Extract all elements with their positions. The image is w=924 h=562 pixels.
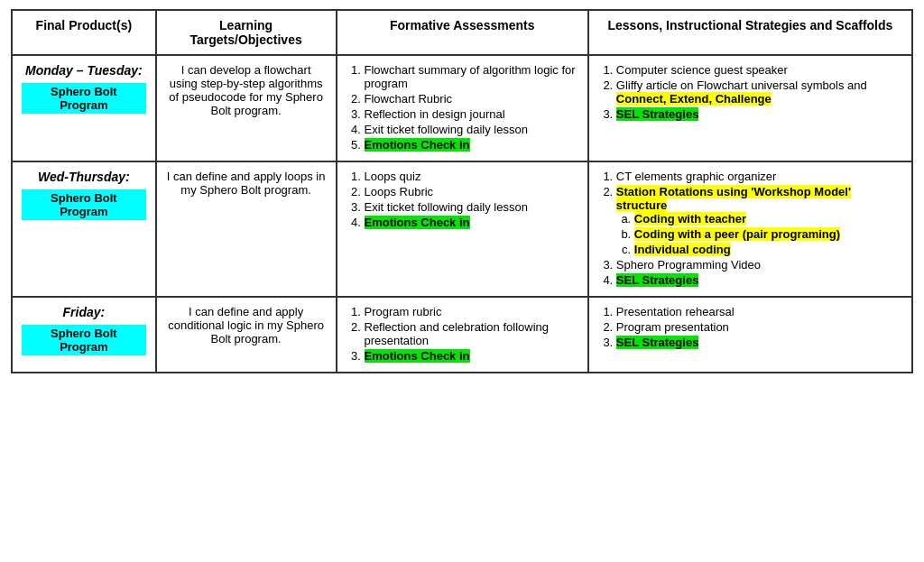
list-item: Presentation rehearsal: [616, 305, 902, 318]
highlight-connect-extend: Connect, Extend, Challenge: [616, 92, 772, 106]
header-learning-targets: Learning Targets/Objectives: [156, 10, 337, 55]
station-rotations: Station Rotations using 'Workshop Model'…: [616, 185, 851, 212]
list-item: Exit ticket following daily lesson: [365, 200, 578, 214]
sel-strategies-3: SEL Strategies: [616, 336, 699, 349]
list-item: Loops Rubric: [365, 185, 578, 198]
final-product-cell-2: Wed-Thursday: Sphero Bolt Program: [12, 161, 156, 297]
emotions-checkin-1: Emotions Check in: [365, 138, 470, 152]
day-label-3: Friday:: [22, 305, 146, 319]
list-item: Coding with a peer (pair programing): [634, 227, 902, 241]
learning-target-cell-3: I can define and apply conditional logic…: [156, 297, 337, 373]
product-badge-2: Sphero Bolt Program: [22, 189, 146, 220]
list-item: SEL Strategies: [616, 273, 902, 287]
list-item: Exit ticket following daily lesson: [365, 123, 578, 136]
table-row: Monday – Tuesday: Sphero Bolt Program I …: [12, 55, 912, 161]
learning-target-cell-2: I can define and apply loops in my Spher…: [156, 161, 337, 297]
header-lessons: Lessons, Instructional Strategies and Sc…: [588, 10, 912, 55]
header-formative-assessments: Formative Assessments: [337, 10, 588, 55]
list-item: Individual coding: [634, 243, 902, 256]
list-item: Flowchart Rubric: [365, 92, 578, 106]
day-label-1: Monday – Tuesday:: [22, 63, 146, 78]
lessons-cell-2: CT elements graphic organizer Station Ro…: [588, 161, 912, 297]
learning-target-text-3: I can define and apply conditional logic…: [166, 305, 327, 345]
coding-with-peer: Coding with a peer (pair programing): [634, 227, 840, 241]
learning-target-text-1: I can develop a flowchart using step-by-…: [166, 63, 327, 117]
list-item: Station Rotations using 'Workshop Model'…: [616, 185, 902, 256]
lessons-cell-3: Presentation rehearsal Program presentat…: [588, 297, 912, 373]
product-badge-1: Sphero Bolt Program: [22, 83, 146, 114]
list-item: Loops quiz: [365, 170, 578, 183]
individual-coding: Individual coding: [634, 243, 731, 256]
list-item: Program rubric: [365, 305, 578, 318]
lessons-cell-1: Computer science guest speaker Gliffy ar…: [588, 55, 912, 161]
sel-strategies-1: SEL Strategies: [616, 107, 699, 121]
list-item: SEL Strategies: [616, 107, 902, 121]
formative-cell-3: Program rubric Reflection and celebratio…: [337, 297, 588, 373]
list-item: Sphero Programming Video: [616, 258, 902, 272]
list-item: Coding with teacher: [634, 212, 902, 226]
emotions-checkin-3: Emotions Check in: [365, 349, 470, 363]
final-product-cell-3: Friday: Sphero Bolt Program: [12, 297, 156, 373]
list-item: Program presentation: [616, 320, 902, 334]
list-item: Emotions Check in: [365, 216, 578, 229]
list-item: Flowchart summary of algorithm logic for…: [365, 63, 578, 90]
learning-target-text-2: I can define and apply loops in my Spher…: [166, 170, 327, 197]
list-item: Reflection and celebration following pre…: [365, 320, 578, 347]
coding-with-teacher: Coding with teacher: [634, 212, 746, 226]
list-item: Gliffy article on Flowchart universal sy…: [616, 78, 902, 106]
list-item: CT elements graphic organizer: [616, 170, 902, 183]
formative-cell-2: Loops quiz Loops Rubric Exit ticket foll…: [337, 161, 588, 297]
emotions-checkin-2: Emotions Check in: [365, 216, 470, 229]
header-final-product: Final Product(s): [12, 10, 156, 55]
product-badge-3: Sphero Bolt Program: [22, 325, 146, 355]
list-item: SEL Strategies: [616, 336, 902, 349]
list-item: Computer science guest speaker: [616, 63, 902, 77]
list-item: Reflection in design journal: [365, 107, 578, 121]
table-row: Friday: Sphero Bolt Program I can define…: [12, 297, 912, 373]
formative-cell-1: Flowchart summary of algorithm logic for…: [337, 55, 588, 161]
table-row: Wed-Thursday: Sphero Bolt Program I can …: [12, 161, 912, 297]
final-product-cell-1: Monday – Tuesday: Sphero Bolt Program: [12, 55, 156, 161]
learning-target-cell-1: I can develop a flowchart using step-by-…: [156, 55, 337, 161]
list-item: Emotions Check in: [365, 349, 578, 363]
day-label-2: Wed-Thursday:: [22, 170, 146, 184]
sel-strategies-2: SEL Strategies: [616, 273, 699, 287]
list-item: Emotions Check in: [365, 138, 578, 152]
